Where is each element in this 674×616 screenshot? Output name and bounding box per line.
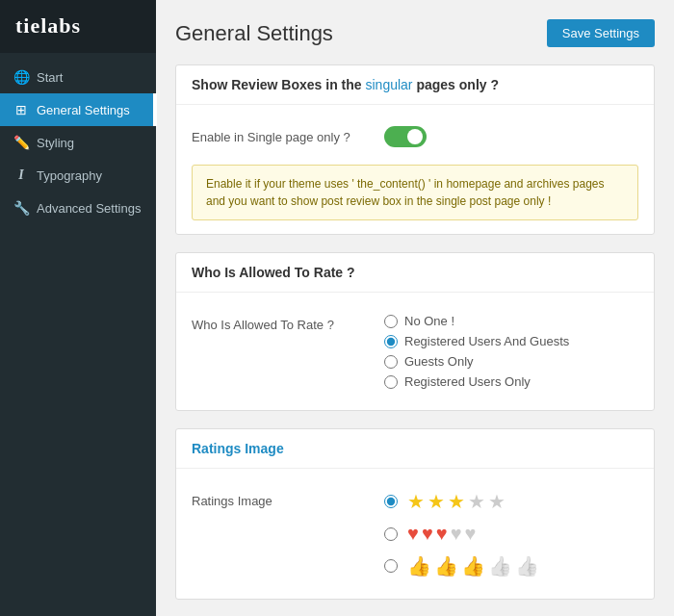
rating-hearts-radio[interactable] xyxy=(384,527,398,541)
star-1: ★ xyxy=(407,490,425,513)
rating-thumbs-option: 👍 👍 👍 👍 👍 xyxy=(384,554,638,578)
thumb-1: 👍 xyxy=(407,554,431,578)
heart-1: ♥ xyxy=(407,523,419,545)
radio-registered-only[interactable]: Registered Users Only xyxy=(384,374,638,389)
ratings-options: ★ ★ ★ ★ ★ ♥ ♥ xyxy=(384,490,638,578)
show-review-section-title: Show Review Boxes in the singular pages … xyxy=(176,65,654,105)
who-allowed-row: Who Is Allowed To Rate ? No One ! Regist… xyxy=(192,306,638,397)
rating-thumbs-radio[interactable] xyxy=(384,559,398,573)
ratings-image-row: Ratings Image ★ ★ ★ ★ ★ xyxy=(192,482,638,585)
star-4: ★ xyxy=(468,490,485,513)
who-allowed-title: Who Is Allowed To Rate ? xyxy=(176,253,654,293)
brush-icon: ✏️ xyxy=(13,135,29,150)
main-content: General Settings Save Settings Show Revi… xyxy=(156,0,674,616)
radio-registered-only-input[interactable] xyxy=(384,375,398,389)
thumb-5: 👍 xyxy=(515,554,539,578)
toggle-control xyxy=(384,126,638,147)
ratings-image-title: Ratings Image xyxy=(176,429,654,469)
sidebar-item-start[interactable]: 🌐 Start xyxy=(0,61,156,93)
rating-stars-radio[interactable] xyxy=(384,495,398,508)
page-header: General Settings Save Settings xyxy=(175,19,655,47)
who-allowed-radio-group: No One ! Registered Users And Guests Gue… xyxy=(384,314,638,389)
star-2: ★ xyxy=(428,490,445,513)
wrench-icon: 🔧 xyxy=(13,200,29,216)
toggle-row: Enable in Single page only ? xyxy=(192,118,638,155)
radio-registered-guests-input[interactable] xyxy=(384,335,398,348)
sidebar-menu: 🌐 Start ⊞ General Settings ✏️ Styling I … xyxy=(0,61,156,224)
rating-stars-option: ★ ★ ★ ★ ★ xyxy=(384,490,638,513)
heart-3: ♥ xyxy=(436,523,448,545)
who-allowed-body: Who Is Allowed To Rate ? No One ! Regist… xyxy=(176,293,654,410)
radio-no-one[interactable]: No One ! xyxy=(384,314,638,328)
star-5: ★ xyxy=(488,490,506,513)
sidebar-item-advanced-settings[interactable]: 🔧 Advanced Settings xyxy=(0,192,156,224)
heart-5: ♥ xyxy=(465,523,477,545)
radio-guests-only[interactable]: Guests Only xyxy=(384,354,638,369)
star-3: ★ xyxy=(448,490,465,513)
globe-icon: 🌐 xyxy=(13,69,29,85)
show-review-section: Show Review Boxes in the singular pages … xyxy=(175,64,655,235)
thumb-2: 👍 xyxy=(434,554,458,578)
thumbs-display: 👍 👍 👍 👍 👍 xyxy=(407,554,539,578)
radio-registered-guests[interactable]: Registered Users And Guests xyxy=(384,334,638,348)
toggle-slider xyxy=(384,126,427,147)
type-icon: I xyxy=(13,167,29,183)
warning-box: Enable it if your theme uses ' the_conte… xyxy=(192,165,638,220)
ratings-image-control: ★ ★ ★ ★ ★ ♥ ♥ xyxy=(384,490,638,578)
grid-icon: ⊞ xyxy=(13,102,29,117)
sidebar-item-typography[interactable]: I Typography xyxy=(0,159,156,192)
single-page-toggle[interactable] xyxy=(384,126,427,147)
ratings-image-label: Ratings Image xyxy=(192,490,384,508)
save-settings-button-top[interactable]: Save Settings xyxy=(547,19,655,47)
hearts-display: ♥ ♥ ♥ ♥ ♥ xyxy=(407,523,476,545)
show-review-body: Enable in Single page only ? Enable it i… xyxy=(176,105,654,234)
who-allowed-label: Who Is Allowed To Rate ? xyxy=(192,314,384,332)
heart-2: ♥ xyxy=(422,523,433,545)
sidebar-item-general-settings[interactable]: ⊞ General Settings xyxy=(0,93,156,126)
radio-guests-only-input[interactable] xyxy=(384,355,398,369)
page-title: General Settings xyxy=(175,21,333,46)
rating-hearts-option: ♥ ♥ ♥ ♥ ♥ xyxy=(384,523,638,545)
logo: tielabs xyxy=(0,0,156,53)
sidebar-item-styling[interactable]: ✏️ Styling xyxy=(0,126,156,159)
who-allowed-section: Who Is Allowed To Rate ? Who Is Allowed … xyxy=(175,252,655,411)
toggle-label: Enable in Single page only ? xyxy=(192,126,384,144)
who-allowed-control: No One ! Registered Users And Guests Gue… xyxy=(384,314,638,389)
ratings-image-body: Ratings Image ★ ★ ★ ★ ★ xyxy=(176,469,654,599)
radio-no-one-input[interactable] xyxy=(384,315,398,328)
heart-4: ♥ xyxy=(451,523,462,545)
ratings-image-section: Ratings Image Ratings Image ★ ★ ★ ★ xyxy=(175,428,655,600)
sidebar: tielabs 🌐 Start ⊞ General Settings ✏️ St… xyxy=(0,0,156,616)
thumb-3: 👍 xyxy=(461,554,485,578)
thumb-4: 👍 xyxy=(488,554,512,578)
stars-display: ★ ★ ★ ★ ★ xyxy=(407,490,506,513)
